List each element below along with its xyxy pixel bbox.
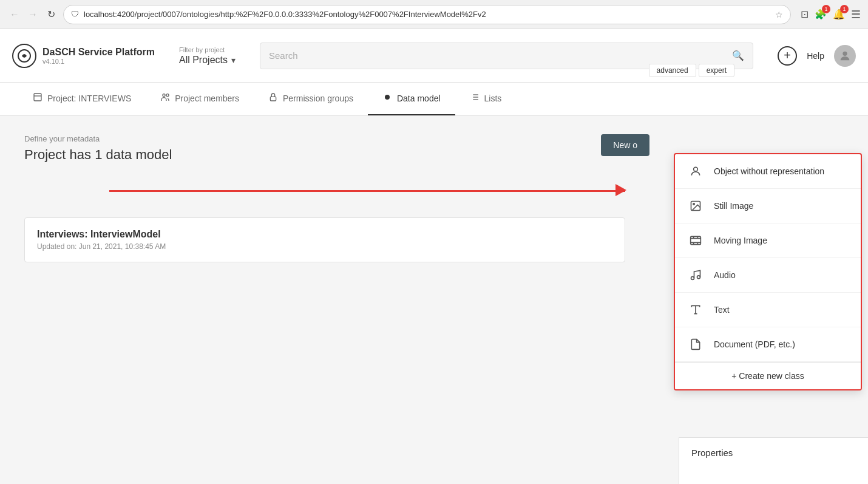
browser-nav-buttons: ← → ↻ [7, 7, 58, 22]
tab-project[interactable]: Project: INTERVIEWS [18, 83, 146, 115]
dropdown-panel: Object without representation Still Imag… [674, 153, 862, 281]
still-image-icon [687, 197, 704, 214]
browser-bar: ← → ↻ 🛡 localhost:4200/project/0007/onto… [0, 0, 868, 29]
filter-value: All Projects [179, 55, 228, 66]
arrow-line [109, 190, 625, 192]
logo-version: v4.10.1 [42, 58, 155, 65]
reload-button[interactable]: ↻ [44, 7, 58, 22]
dropdown-item-object-label: Object without representation [714, 166, 824, 176]
dropdown-item-still-image-label: Still Image [714, 201, 753, 211]
svg-rect-2 [34, 94, 41, 101]
object-icon [687, 163, 704, 180]
svg-point-5 [166, 94, 169, 97]
extensions-icon[interactable]: 🧩 1 [815, 9, 827, 20]
svg-point-4 [163, 94, 165, 97]
browser-icons: ⊡ 🧩 1 🔔 1 ☰ [801, 8, 861, 21]
arrow-head [615, 184, 626, 196]
forward-button[interactable]: → [25, 7, 40, 22]
back-button[interactable]: ← [7, 7, 22, 22]
search-filter-row: advanced expert [649, 64, 734, 77]
tab-project-label: Project: INTERVIEWS [47, 94, 131, 103]
svg-point-24 [691, 277, 694, 280]
extension-badge: 1 [822, 5, 830, 13]
tab-lists-label: Lists [484, 94, 502, 103]
avatar[interactable] [834, 45, 856, 67]
nav-tabs: Project: INTERVIEWS Project members Perm… [0, 83, 868, 116]
tab-lists[interactable]: Lists [455, 83, 517, 115]
filter-section: Filter by project All Projects ▾ [179, 46, 236, 66]
tab-datamodel[interactable]: Data model [368, 83, 455, 115]
svg-point-7 [385, 95, 390, 100]
tab-permissions[interactable]: Permission groups [254, 83, 368, 115]
new-ontology-button[interactable]: New o [601, 134, 649, 156]
svg-point-14 [694, 167, 698, 171]
logo-section: DaSCH Service Platform v4.10.1 [12, 44, 155, 68]
star-icon: ☆ [775, 10, 783, 19]
header-right: + Help [778, 45, 856, 67]
add-button[interactable]: + [778, 46, 797, 66]
tab-members[interactable]: Project members [146, 83, 254, 115]
tab-permissions-label: Permission groups [283, 94, 353, 103]
svg-point-1 [843, 51, 847, 55]
dropdown-item-moving-image-label: Moving Image [714, 236, 767, 245]
expert-filter-chip[interactable]: expert [699, 64, 734, 77]
notification-badge: 1 [840, 5, 849, 13]
project-tab-icon [33, 92, 42, 104]
model-card[interactable]: Interviews: InterviewModel Updated on: J… [24, 217, 625, 262]
profile-icon[interactable]: 🔔 1 [833, 9, 845, 20]
dropdown-arrow-icon: ▾ [231, 55, 236, 65]
search-placeholder: Search [269, 50, 726, 61]
tab-datamodel-label: Data model [397, 94, 441, 103]
model-subtitle: Updated on: Jun 21, 2021, 10:38:45 AM [37, 242, 612, 251]
menu-icon[interactable]: ☰ [851, 8, 861, 21]
datamodel-tab-icon [382, 92, 392, 104]
address-bar[interactable]: 🛡 localhost:4200/project/0007/ontologies… [63, 5, 791, 24]
model-title: Interviews: InterviewModel [37, 229, 612, 240]
security-icon: 🛡 [71, 10, 79, 19]
app-header: DaSCH Service Platform v4.10.1 Filter by… [0, 29, 868, 83]
svg-point-25 [697, 276, 700, 279]
dropdown-item-object[interactable]: Object without representation [675, 154, 861, 189]
svg-rect-6 [270, 97, 276, 101]
lists-tab-icon [470, 92, 480, 104]
dropdown-item-still-image[interactable]: Still Image [675, 189, 861, 223]
permissions-tab-icon [268, 92, 278, 104]
audio-icon [687, 267, 704, 281]
dropdown-item-audio-label: Audio [714, 270, 736, 280]
logo-icon [12, 44, 36, 68]
svg-rect-17 [691, 236, 701, 244]
search-icon: 🔍 [732, 50, 744, 61]
bookmark-icon[interactable]: ⊡ [801, 9, 809, 20]
filter-dropdown[interactable]: All Projects ▾ [179, 55, 236, 66]
dropdown-item-moving-image[interactable]: Moving Image [675, 223, 861, 258]
advanced-filter-chip[interactable]: advanced [649, 64, 696, 77]
logo-name: DaSCH Service Platform [42, 47, 155, 58]
address-url: localhost:4200/project/0007/ontologies/h… [84, 10, 770, 19]
dropdown-item-audio[interactable]: Audio [675, 258, 861, 281]
help-link[interactable]: Help [807, 51, 824, 61]
logo-text-block: DaSCH Service Platform v4.10.1 [42, 47, 155, 65]
moving-image-icon [687, 232, 704, 249]
tab-members-label: Project members [175, 94, 239, 103]
page-subtitle: Define your metadata [24, 134, 844, 143]
members-tab-icon [160, 92, 170, 104]
filter-label: Filter by project [179, 46, 236, 53]
svg-point-16 [693, 203, 695, 205]
